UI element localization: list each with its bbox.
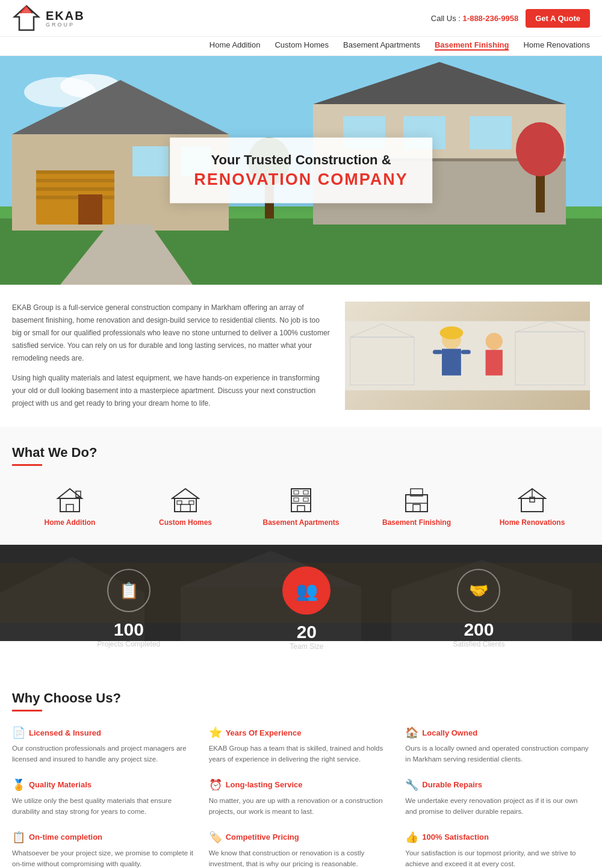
logo-icon [12,5,41,31]
stat-team-number: 20 [282,622,330,642]
stat-team-circle: 👥 [282,566,330,615]
feature-satisfaction-icon: 👍 [405,831,418,844]
feature-experience: ⭐ Years Of Experience EKAB Group has a t… [209,726,394,765]
feature-ontime: 📋 On-time completion Whatsoever be your … [12,831,197,868]
what-we-do-section: What We Do? Home Addition Custom Homes [0,427,602,545]
feature-experience-title: Years Of Experience [226,728,302,737]
service-basement-apartments[interactable]: Basement Apartments [243,486,359,527]
svg-rect-35 [345,321,590,390]
about-image [345,302,590,410]
hero-section: Your Trusted Construction & RENOVATION C… [0,56,602,285]
stat-projects-circle: 📋 [107,569,150,612]
service-home-addition[interactable]: Home Addition [12,486,128,527]
feature-durable: 🔧 Durable Repairs We undertake every ren… [405,778,590,817]
feature-quality-icon: 🏅 [12,778,25,792]
svg-rect-59 [291,496,311,503]
service-home-renovations[interactable]: Home Renovations [474,486,590,527]
feature-longlasting: ⏰ Long-lasting Service No matter, you ar… [209,778,394,817]
svg-rect-19 [78,194,102,225]
get-quote-button[interactable]: Get A Quote [526,9,590,28]
feature-satisfaction-text: Your satisfaction is our topmost priorit… [405,848,590,868]
stat-team-label: Team Size [282,642,330,651]
logo[interactable]: EKAB GROUP [12,5,85,31]
logo-sub: GROUP [46,22,85,28]
svg-rect-40 [461,350,471,354]
svg-rect-38 [442,349,461,375]
feature-experience-text: EKAB Group has a team that is skilled, t… [209,743,394,765]
service-label-home-addition: Home Addition [45,518,96,527]
service-custom-homes[interactable]: Custom Homes [128,486,243,527]
hero-text-box: Your Trusted Construction & RENOVATION C… [170,138,432,203]
services-grid: Home Addition Custom Homes [12,480,590,530]
call-label: Call Us : 1-888-236-9958 [431,14,518,23]
feature-experience-icon: ⭐ [209,726,222,739]
svg-rect-56 [189,501,194,504]
svg-point-37 [440,326,464,339]
features-grid: 📄 Licensed & Insured Our construction pr… [12,726,590,868]
svg-rect-47 [60,498,79,512]
svg-rect-15 [36,187,114,191]
svg-point-41 [486,333,503,350]
feature-longlasting-icon: ⏰ [209,778,222,792]
feature-quality-text: We utilize only the best quality materia… [12,795,197,817]
feature-locally-icon: 🏠 [405,726,418,739]
svg-point-33 [516,122,564,176]
svg-rect-54 [181,504,190,512]
header-contact: Call Us : 1-888-236-9958 Get A Quote [431,9,590,28]
main-nav: Home Addition Custom Homes Basement Apar… [0,37,602,56]
stat-projects-label: Projects Completed [98,640,161,648]
feature-quality: 🏅 Quality Materials We utilize only the … [12,778,197,817]
service-basement-finishing[interactable]: Basement Finishing [359,486,474,527]
feature-durable-text: We undertake every renovation project as… [405,795,590,817]
stat-projects-number: 100 [98,619,161,640]
feature-longlasting-text: No matter, you are up with a renovation … [209,795,394,817]
nav-custom-homes[interactable]: Custom Homes [275,40,329,51]
svg-rect-57 [291,489,311,512]
feature-pricing-text: We know that construction or renovation … [209,848,394,868]
feature-satisfaction: 👍 100% Satisfaction Your satisfaction is… [405,831,590,868]
feature-satisfaction-title: 100% Satisfaction [422,832,489,842]
service-label-custom-homes: Custom Homes [159,518,212,527]
feature-pricing-title: Competitive Pricing [226,832,299,842]
feature-ontime-icon: 📋 [12,831,25,844]
svg-rect-13 [36,170,114,174]
feature-longlasting-title: Long-lasting Service [226,780,303,789]
feature-ontime-title: On-time completion [29,832,102,842]
feature-locally-text: Ours is a locally owned and operated con… [405,743,590,765]
stat-clients: 🤝 200 Satisfied Clients [453,569,504,648]
why-choose-section: Why Choose Us? 📄 Licensed & Insured Our … [0,672,602,868]
feature-ontime-text: Whatsoever be your project size, we prom… [12,848,197,868]
svg-rect-39 [433,350,442,354]
feature-locally-title: Locally Owned [422,728,477,737]
red-divider [12,464,42,466]
nav-basement-finishing[interactable]: Basement Finishing [435,40,509,51]
svg-rect-14 [36,179,114,182]
stats-container: 📋 100 Projects Completed 👥 20 Team Size … [0,545,602,672]
feature-licensed-title: Licensed & Insured [29,728,101,737]
about-para1: EKAB Group is a full-service general con… [12,302,330,365]
phone-number[interactable]: 1-888-236-9958 [463,14,519,23]
feature-licensed-icon: 📄 [12,726,25,739]
feature-locally-owned: 🏠 Locally Owned Ours is a locally owned … [405,726,590,765]
site-header: EKAB GROUP Call Us : 1-888-236-9958 Get … [0,0,602,37]
nav-home-addition[interactable]: Home Addition [209,40,261,51]
why-choose-title: Why Choose Us? [12,690,590,706]
svg-rect-58 [291,489,311,496]
about-text: EKAB Group is a full-service general con… [12,302,330,410]
svg-rect-55 [177,501,182,504]
service-label-home-renovations: Home Renovations [500,518,565,527]
about-para2: Using high quality materials and latest … [12,372,330,410]
about-section: EKAB Group is a full-service general con… [0,285,602,427]
svg-rect-69 [521,498,543,512]
svg-rect-52 [175,498,196,512]
svg-rect-62 [294,498,299,501]
svg-rect-64 [297,506,305,512]
logo-name: EKAB [46,9,85,22]
nav-home-renovations[interactable]: Home Renovations [523,40,590,51]
stat-clients-number: 200 [453,619,504,640]
svg-rect-60 [294,491,299,494]
stat-team: 👥 20 Team Size [282,566,330,651]
feature-durable-title: Durable Repairs [422,780,482,789]
nav-basement-apartments[interactable]: Basement Apartments [343,40,420,51]
hero-line1: Your Trusted Construction & [194,152,408,168]
